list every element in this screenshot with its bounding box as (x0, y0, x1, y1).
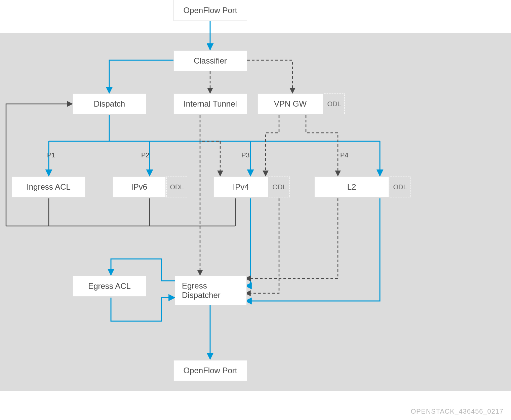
watermark: OPENSTACK_436456_0217 (411, 408, 504, 415)
label: Dispatch (94, 99, 125, 109)
label: L2 (347, 182, 356, 192)
label: IPv6 (131, 182, 147, 192)
odl-ipv4: ODL (269, 177, 290, 197)
label: ODL (327, 100, 341, 108)
label: Ingress ACL (27, 182, 71, 192)
label: OpenFlow Port (183, 366, 237, 375)
diagram-canvas: OpenFlow Port Classifier Dispatch Intern… (0, 0, 511, 420)
odl-ipv6: ODL (166, 177, 187, 197)
node-egress-dispatcher: Egress Dispatcher (175, 276, 247, 305)
node-l2: L2 (314, 177, 389, 197)
label-p3: P3 (241, 151, 249, 159)
node-classifier: Classifier (173, 50, 247, 71)
node-internal-tunnel: Internal Tunnel (173, 93, 247, 114)
label: OpenFlow Port (183, 6, 237, 15)
label: ODL (272, 183, 286, 191)
odl-vpn-gw: ODL (324, 93, 345, 114)
label: Egress Dispatcher (182, 281, 246, 300)
node-ingress-acl: Ingress ACL (12, 177, 85, 197)
label: IPv4 (233, 182, 249, 192)
node-openflow-port-bottom: OpenFlow Port (173, 360, 247, 381)
label: Egress ACL (88, 281, 131, 291)
label-p2: P2 (141, 151, 149, 159)
node-dispatch: Dispatch (73, 93, 146, 114)
label: ODL (170, 183, 184, 191)
node-ipv4: IPv4 (213, 177, 268, 197)
label-p4: P4 (340, 151, 348, 159)
diagram-background (0, 33, 511, 391)
label: Internal Tunnel (184, 99, 237, 109)
label-p1: P1 (47, 151, 55, 159)
odl-l2: ODL (390, 177, 410, 197)
label: ODL (393, 183, 407, 191)
label: Classifier (194, 56, 227, 66)
label: VPN GW (274, 99, 307, 109)
node-vpn-gw: VPN GW (258, 93, 323, 114)
node-openflow-port-top: OpenFlow Port (173, 0, 247, 21)
node-egress-acl: Egress ACL (73, 276, 146, 297)
node-ipv6: IPv6 (113, 177, 166, 197)
